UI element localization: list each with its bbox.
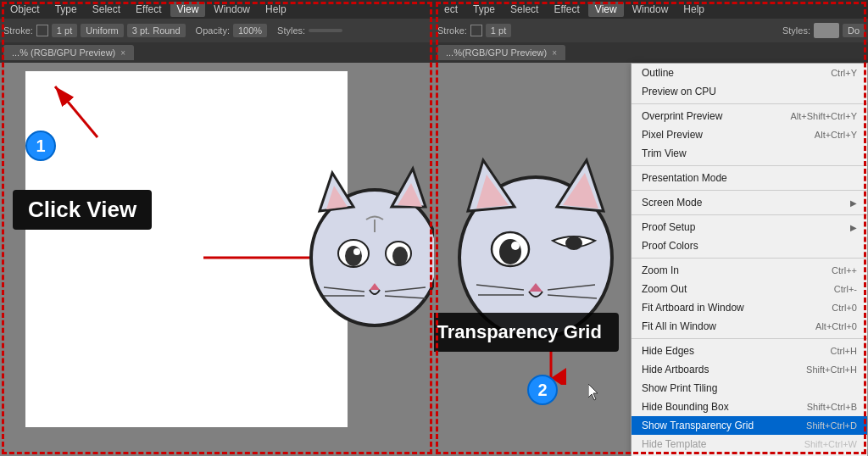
svg-point-13 (392, 247, 408, 265)
left-tab-close[interactable]: × (120, 48, 125, 58)
separator-1 (632, 103, 867, 104)
menu-item-hide-template-label: Hide Template (642, 438, 707, 450)
right-menubar: ect Type Select Effect View Window Help (434, 0, 868, 19)
menu-item-presentation[interactable]: Presentation Mode (632, 169, 867, 187)
menu-item-pixel[interactable]: Pixel Preview Alt+Ctrl+Y (632, 125, 867, 144)
menu-item-trim[interactable]: Trim View (632, 144, 867, 163)
left-tab[interactable]: ...% (RGB/GPU Preview) × (3, 45, 134, 60)
left-cat-illustration (256, 88, 434, 410)
left-toolbar: Stroke: 1 pt Uniform 3 pt. Round Opacity… (0, 19, 434, 42)
menu-item-hide-template-shortcut: Shift+Ctrl+W (804, 439, 857, 449)
menu-item-hide-edges[interactable]: Hide Edges Ctrl+H (632, 342, 867, 360)
menu-item-fit-all[interactable]: Fit All in Window Alt+Ctrl+0 (632, 317, 867, 336)
red-diagonal-arrow (47, 78, 165, 146)
separator-3 (632, 190, 867, 191)
menu-item-outline[interactable]: Outline Ctrl+Y (632, 64, 867, 82)
menu-item-show-print-tiling[interactable]: Show Print Tiling (632, 379, 867, 398)
menu-item-pixel-label: Pixel Preview (642, 129, 703, 141)
menu-item-outline-label: Outline (642, 67, 674, 79)
menu-item-overprint-label: Overprint Preview (642, 110, 722, 122)
menu-item-trim-label: Trim View (642, 147, 687, 159)
right-tab[interactable]: ...%(RGB/GPU Preview) × (437, 45, 565, 60)
menu-item-preview-cpu-label: Preview on CPU (642, 86, 716, 97)
menu-item-hide-template: Hide Template Shift+Ctrl+W (632, 435, 867, 453)
mouse-cursor (588, 384, 600, 401)
right-toolbar: Stroke: 1 pt Styles: Do (434, 19, 868, 42)
left-styles-label: Styles: (277, 25, 305, 36)
right-menu-ect[interactable]: ect (437, 2, 465, 17)
menu-item-fit-artboard-shortcut: Ctrl+0 (832, 303, 857, 313)
svg-point-27 (511, 242, 520, 250)
left-stroke-label: Stroke: (3, 25, 33, 36)
separator-2 (632, 165, 867, 166)
menu-item-hide-artboards-label: Hide Artboards (642, 364, 709, 375)
menu-item-zoom-in[interactable]: Zoom In Ctrl++ (632, 261, 867, 280)
separator-5 (632, 258, 867, 259)
left-stroke-value[interactable]: 1 pt (52, 24, 77, 37)
right-menu-view[interactable]: View (588, 2, 624, 17)
menu-item-hide-edges-shortcut: Ctrl+H (831, 346, 857, 356)
right-stroke-value[interactable]: 1 pt (486, 24, 511, 37)
left-menu-select[interactable]: Select (86, 2, 127, 17)
left-menu-type[interactable]: Type (48, 2, 84, 17)
menu-item-hide-artboards[interactable]: Hide Artboards Shift+Ctrl+H (632, 360, 867, 379)
menu-item-proof-colors[interactable]: Proof Colors (632, 236, 867, 255)
view-dropdown-menu: Outline Ctrl+Y Preview on CPU Overprint … (631, 63, 868, 456)
menu-item-proof-setup-label: Proof Setup (642, 221, 695, 233)
left-menu-effect[interactable]: Effect (129, 2, 168, 17)
separator-4 (632, 214, 867, 215)
right-tab-name: ...%(RGB/GPU Preview) (446, 47, 547, 58)
right-panel: ect Type Select Effect View Window Help … (434, 0, 868, 456)
submenu-arrow-proof: ▶ (850, 223, 857, 232)
menu-item-presentation-label: Presentation Mode (642, 172, 727, 184)
menu-item-overprint-shortcut: Alt+Shift+Ctrl+Y (790, 111, 857, 121)
menu-item-outline-shortcut: Ctrl+Y (831, 68, 857, 78)
right-styles-box[interactable] (814, 23, 839, 38)
right-tab-close[interactable]: × (552, 48, 557, 58)
right-menu-window[interactable]: Window (626, 2, 676, 17)
svg-marker-36 (588, 384, 598, 400)
right-styles-label: Styles: (782, 25, 810, 36)
left-menu-help[interactable]: Help (259, 2, 293, 17)
menu-item-zoom-in-shortcut: Ctrl++ (832, 265, 857, 275)
right-menu-effect[interactable]: Effect (547, 2, 586, 17)
menu-item-pixel-shortcut: Alt+Ctrl+Y (815, 130, 857, 140)
menu-item-screen-mode-label: Screen Mode (642, 197, 702, 209)
menu-item-fit-all-shortcut: Alt+Ctrl+0 (815, 321, 857, 331)
menu-item-show-print-tiling-label: Show Print Tiling (642, 382, 717, 394)
menu-item-hide-edges-label: Hide Edges (642, 345, 694, 357)
right-do-button[interactable]: Do (843, 24, 865, 37)
right-tabbar: ...%(RGB/GPU Preview) × (434, 42, 868, 63)
menu-item-zoom-out-shortcut: Ctrl+- (834, 284, 857, 294)
left-menu-object[interactable]: Object (3, 2, 47, 17)
menu-item-screen-mode[interactable]: Screen Mode ▶ (632, 193, 867, 212)
menu-item-fit-artboard[interactable]: Fit Artboard in Window Ctrl+0 (632, 298, 867, 317)
left-opacity-value[interactable]: 100% (233, 24, 267, 37)
menu-item-zoom-in-label: Zoom In (642, 264, 679, 276)
menu-item-zoom-out[interactable]: Zoom Out Ctrl+- (632, 280, 867, 298)
menu-item-preview-cpu[interactable]: Preview on CPU (632, 82, 867, 101)
menu-item-show-transparency-grid[interactable]: Show Transparency Grid Shift+Ctrl+D (632, 416, 867, 435)
menu-item-overprint[interactable]: Overprint Preview Alt+Shift+Ctrl+Y (632, 107, 867, 125)
menu-item-proof-colors-label: Proof Colors (642, 240, 698, 252)
right-menu-select[interactable]: Select (504, 2, 545, 17)
click-transparency-grid-label: Click Show Transparency Grid (434, 313, 619, 352)
right-canvas-area: Outline Ctrl+Y Preview on CPU Overprint … (434, 63, 868, 456)
menu-item-show-transparency-grid-label: Show Transparency Grid (642, 420, 754, 431)
left-uniform[interactable]: Uniform (81, 24, 124, 37)
left-tabbar: ...% (RGB/GPU Preview) × (0, 42, 434, 63)
menu-item-hide-bounding-box-shortcut: Shift+Ctrl+B (807, 402, 857, 412)
left-stroke-type[interactable]: 3 pt. Round (127, 24, 186, 37)
menu-item-hide-bounding-box[interactable]: Hide Bounding Box Shift+Ctrl+B (632, 398, 867, 416)
click-view-label: Click View (13, 190, 152, 230)
svg-point-11 (353, 248, 360, 255)
left-styles-box[interactable] (309, 29, 342, 32)
menu-item-proof-setup[interactable]: Proof Setup ▶ (632, 218, 867, 236)
right-stroke-label: Stroke: (437, 25, 467, 36)
step-2-circle: 2 (527, 375, 558, 405)
right-menu-type[interactable]: Type (466, 2, 502, 17)
right-menu-help[interactable]: Help (676, 2, 711, 17)
left-opacity-label: Opacity: (196, 25, 230, 36)
left-menu-view[interactable]: View (170, 2, 206, 17)
left-menu-window[interactable]: Window (207, 2, 257, 17)
